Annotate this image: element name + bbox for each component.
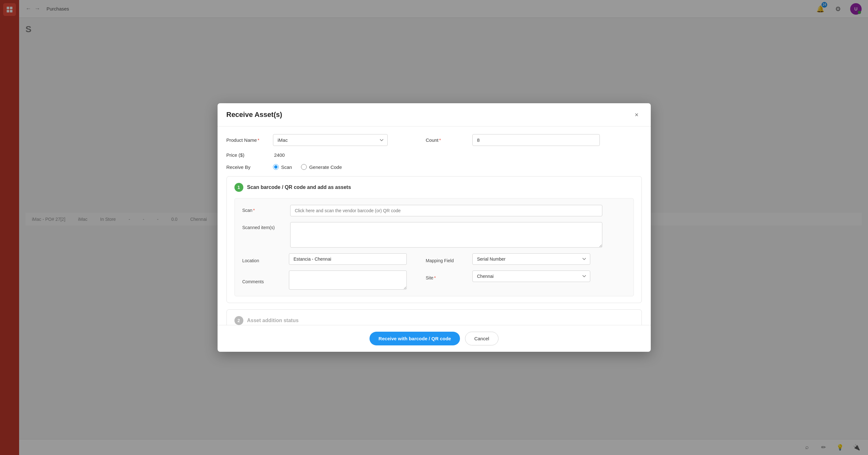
price-label: Price ($)	[226, 152, 268, 158]
count-group: Count*	[426, 134, 600, 146]
location-group: Location	[242, 253, 407, 265]
receive-by-group: Receive By Scan Generate Code	[226, 164, 342, 170]
comments-group: Comments	[242, 271, 407, 290]
modal-receive-assets: Receive Asset(s) × Product Name* iMac Co…	[218, 103, 651, 352]
product-name-select[interactable]: iMac	[273, 134, 388, 146]
step1-badge: 1	[235, 183, 243, 192]
count-label: Count*	[426, 137, 467, 143]
step1-section: 1 Scan barcode / QR code and add as asse…	[226, 176, 642, 303]
radio-scan-option[interactable]: Scan	[273, 164, 292, 170]
price-value: 2400	[273, 152, 285, 158]
comments-label: Comments	[242, 276, 284, 284]
site-group: Site* Chennai	[426, 271, 590, 282]
site-label: Site*	[426, 272, 467, 280]
modal-footer: Receive with barcode / QR code Cancel	[218, 325, 651, 352]
comments-textarea[interactable]	[289, 271, 407, 290]
modal-header: Receive Asset(s) ×	[218, 103, 651, 126]
step2-section: 2 Asset addition status	[226, 309, 642, 325]
cancel-button[interactable]: Cancel	[465, 332, 498, 345]
scanned-items-row: Scanned item(s)	[242, 222, 626, 248]
radio-generate-input[interactable]	[301, 164, 307, 170]
modal-close-button[interactable]: ×	[632, 110, 642, 120]
form-row-receive-by: Receive By Scan Generate Code	[226, 164, 642, 170]
receive-barcode-button[interactable]: Receive with barcode / QR code	[370, 332, 460, 345]
product-name-group: Product Name* iMac	[226, 134, 388, 146]
modal-body: Product Name* iMac Count* Price ($) 2400	[218, 126, 651, 325]
step1-title: Scan barcode / QR code and add as assets	[247, 184, 351, 190]
form-row-product-count: Product Name* iMac Count*	[226, 134, 642, 146]
location-label: Location	[242, 255, 284, 263]
step1-inner-form: Scan* Scanned item(s) Location	[235, 198, 634, 296]
count-input[interactable]	[472, 134, 600, 146]
price-group: Price ($) 2400	[226, 152, 285, 158]
radio-generate-option[interactable]: Generate Code	[301, 164, 342, 170]
step1-header: 1 Scan barcode / QR code and add as asse…	[235, 183, 634, 192]
location-mapping-row: Location Mapping Field Serial Number	[242, 253, 626, 265]
comments-site-row: Comments Site* Chennai	[242, 271, 626, 290]
product-name-label: Product Name*	[226, 137, 268, 143]
scan-input[interactable]	[290, 205, 602, 216]
scanned-items-label: Scanned item(s)	[242, 222, 284, 230]
mapping-field-select[interactable]: Serial Number	[472, 253, 590, 265]
step2-header: 2 Asset addition status	[235, 316, 634, 325]
radio-scan-input[interactable]	[273, 164, 279, 170]
location-input[interactable]	[289, 253, 407, 265]
receive-by-label: Receive By	[226, 164, 268, 170]
mapping-field-group: Mapping Field Serial Number	[426, 253, 590, 265]
receive-by-radio-group: Scan Generate Code	[273, 164, 342, 170]
scan-label: Scan*	[242, 205, 284, 213]
form-row-price: Price ($) 2400	[226, 152, 642, 158]
site-select[interactable]: Chennai	[472, 271, 590, 282]
radio-generate-label: Generate Code	[309, 164, 342, 170]
scan-row: Scan*	[242, 205, 626, 216]
step2-title: Asset addition status	[247, 318, 299, 324]
mapping-field-label: Mapping Field	[426, 255, 467, 263]
modal-title: Receive Asset(s)	[226, 111, 282, 119]
step2-badge: 2	[235, 316, 243, 325]
radio-scan-label: Scan	[281, 164, 292, 170]
scanned-items-textarea[interactable]	[290, 222, 602, 248]
